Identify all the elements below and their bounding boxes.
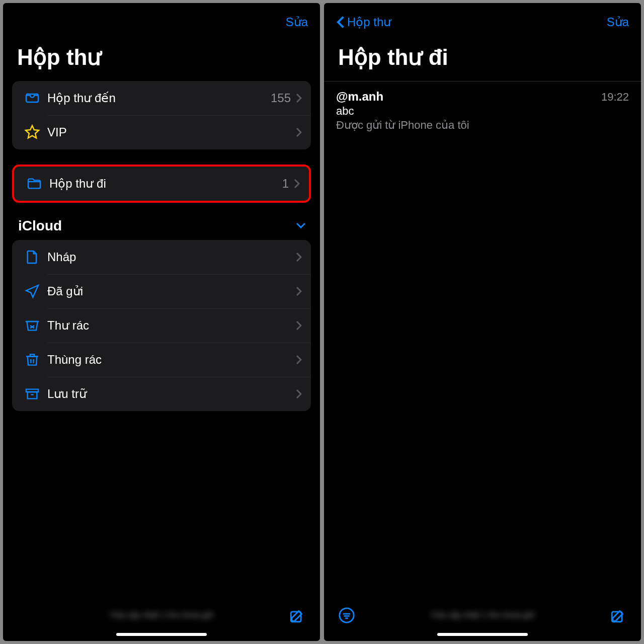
chevron-right-icon: [296, 389, 302, 399]
trash-icon: [24, 352, 40, 368]
message-item[interactable]: @m.anh 19:22 abc Được gửi từ iPhone của …: [324, 84, 641, 138]
back-label: Hộp thư: [347, 15, 391, 29]
message-subject: abc: [336, 105, 629, 118]
page-title: Hộp thư đi: [324, 34, 641, 81]
compose-button[interactable]: [289, 607, 306, 624]
junk-icon: [24, 317, 40, 334]
inbox-label: Hộp thư đến: [47, 91, 271, 105]
inbox-row[interactable]: Hộp thư đến 155: [12, 81, 311, 115]
filter-button[interactable]: [338, 607, 355, 624]
message-time: 19:22: [601, 91, 629, 104]
navbar: Sửa: [3, 3, 320, 34]
archive-icon: [24, 386, 40, 402]
junk-label: Thư rác: [47, 318, 296, 333]
home-indicator[interactable]: [437, 633, 528, 636]
vip-label: VIP: [47, 125, 296, 139]
trash-label: Thùng rác: [47, 353, 296, 367]
message-sender: @m.anh: [336, 90, 383, 104]
outbox-row[interactable]: Hộp thư đi 1: [14, 167, 309, 201]
vip-row[interactable]: VIP: [12, 115, 311, 149]
inbox-count: 155: [271, 91, 291, 105]
chevron-right-icon: [296, 320, 302, 331]
chevron-right-icon: [296, 252, 302, 262]
chevron-right-icon: [296, 355, 302, 365]
outbox-label: Hộp thư đi: [49, 177, 282, 191]
edit-button[interactable]: Sửa: [607, 15, 629, 29]
chevron-left-icon: [336, 16, 345, 29]
drafts-row[interactable]: Nháp: [12, 240, 311, 274]
mailboxes-screen: Sửa Hộp thư Hộp thư đến 155 VIP: [3, 3, 320, 641]
chevron-down-icon: [296, 222, 306, 229]
outbox-screen: Hộp thư Sửa Hộp thư đi @m.anh 19:22 abc …: [324, 3, 641, 641]
message-preview: Được gửi từ iPhone của tôi: [336, 119, 629, 132]
divider: [324, 81, 641, 82]
archive-label: Lưu trữ: [47, 387, 296, 401]
chevron-right-icon: [296, 93, 302, 103]
outbox-highlight: Hộp thư đi 1: [12, 165, 311, 203]
sent-label: Đã gửi: [47, 284, 296, 298]
trash-row[interactable]: Thùng rác: [12, 343, 311, 377]
home-indicator[interactable]: [116, 633, 207, 636]
junk-row[interactable]: Thư rác: [12, 308, 311, 343]
toolbar-status: Vừa cập nhật 1 thư chưa gửi: [355, 610, 610, 621]
star-icon: [24, 124, 40, 140]
icloud-folders-group: Nháp Đã gửi Thư rác: [12, 240, 311, 411]
document-icon: [24, 249, 40, 265]
page-title: Hộp thư: [3, 34, 320, 81]
chevron-right-icon: [294, 179, 300, 189]
compose-button[interactable]: [610, 607, 627, 624]
drafts-label: Nháp: [47, 250, 296, 264]
icloud-header-label: iCloud: [18, 218, 62, 234]
icloud-section-header[interactable]: iCloud: [12, 215, 311, 240]
folder-icon: [26, 176, 42, 192]
edit-button[interactable]: Sửa: [286, 15, 308, 29]
inbox-icon: [24, 90, 40, 106]
chevron-right-icon: [296, 127, 302, 137]
back-button[interactable]: Hộp thư: [336, 15, 391, 29]
archive-row[interactable]: Lưu trữ: [12, 377, 311, 411]
mailboxes-group: Hộp thư đến 155 VIP: [12, 81, 311, 149]
toolbar-status: Vừa cập nhật 1 thư chưa gửi: [34, 610, 289, 621]
chevron-right-icon: [296, 286, 302, 296]
sent-row[interactable]: Đã gửi: [12, 274, 311, 308]
navbar: Hộp thư Sửa: [324, 3, 641, 34]
outbox-count: 1: [282, 177, 289, 191]
paperplane-icon: [24, 283, 40, 299]
